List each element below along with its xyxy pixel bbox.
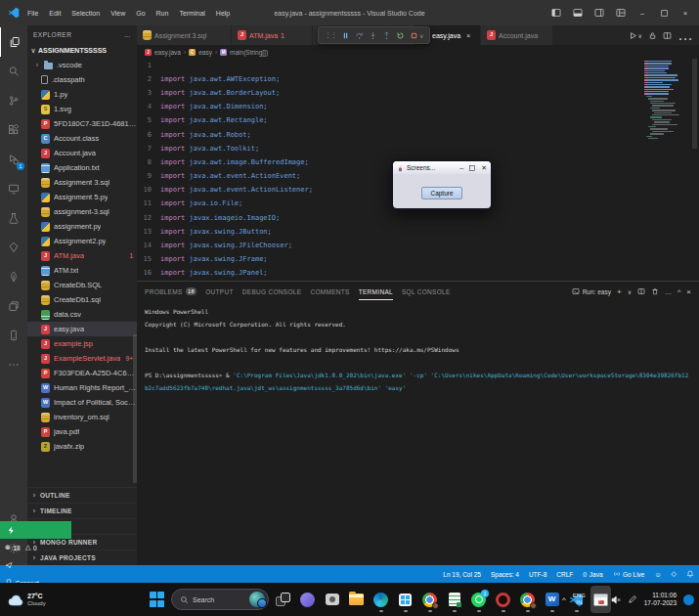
taskbar-app-start[interactable] <box>147 586 167 613</box>
capture-button[interactable]: Capture <box>421 187 461 199</box>
taskbar-app-copilot[interactable] <box>297 586 318 613</box>
breadcrumb-item[interactable]: Ceasy <box>189 49 212 56</box>
file-item[interactable]: P5FD180C7-3E1D-4681-81C5-441... <box>27 116 137 131</box>
remote-explorer-icon[interactable] <box>0 174 27 203</box>
split-terminal-icon[interactable] <box>637 287 645 295</box>
breadcrumb-item[interactable]: Mmain(String[]) <box>220 49 268 56</box>
file-item[interactable]: ATM.txt <box>27 263 137 278</box>
file-item[interactable]: CAccount.class <box>27 131 137 146</box>
panel-tab-terminal[interactable]: TERMINAL <box>359 282 393 301</box>
menu-view[interactable]: View <box>110 10 125 17</box>
editor-scrollbar[interactable] <box>692 59 697 149</box>
file-item[interactable]: S1.svg <box>27 102 137 116</box>
new-terminal-icon[interactable]: + <box>617 287 622 296</box>
terminal-output[interactable]: Windows PowerShellCopyright (C) Microsof… <box>137 301 699 398</box>
editor-tab-assignment-3-sql[interactable]: Assignment 3.sql <box>137 25 232 45</box>
file-item[interactable]: CreateDb1.sql <box>27 292 137 307</box>
explorer-more-actions-icon[interactable]: … <box>124 31 131 38</box>
file-item[interactable]: Application.txt <box>27 160 137 175</box>
sidebar-scrollbar[interactable] <box>133 334 137 483</box>
dialog-maximize-icon[interactable] <box>469 165 475 171</box>
keyboard-lock-icon[interactable] <box>648 31 657 40</box>
taskbar-app-edge[interactable] <box>371 586 391 613</box>
taskbar-app-opera-gx[interactable] <box>493 586 513 613</box>
wifi-icon[interactable] <box>592 594 603 605</box>
more-actions-icon[interactable]: … <box>677 26 693 44</box>
vscode-logo-icon[interactable] <box>8 7 20 19</box>
testing-icon[interactable] <box>0 203 27 233</box>
breadcrumb-item[interactable]: Jeasy.java <box>145 49 181 56</box>
terminal-process[interactable]: Run: easy <box>572 287 611 295</box>
close-panel-icon[interactable]: × <box>686 287 691 296</box>
weather-widget[interactable]: 27°C Cloudy <box>8 583 46 616</box>
tabnine-status[interactable]: ◇ <box>667 565 681 583</box>
panel-tab-debug-console[interactable]: DEBUG CONSOLE <box>242 282 302 301</box>
menu-help[interactable]: Help <box>216 10 230 17</box>
explorer-icon[interactable] <box>0 27 27 57</box>
sidebar-section-outline[interactable]: ›OUTLINE <box>27 487 137 503</box>
file-item[interactable]: WHuman Rights Report_ Democrat... <box>27 380 137 395</box>
panel-tab-sql-console[interactable]: SQL CONSOLE <box>402 282 451 301</box>
taskbar-app-word[interactable]: W <box>542 586 562 613</box>
extensions-icon[interactable] <box>0 115 27 145</box>
eol[interactable]: CRLF <box>551 565 578 583</box>
dialog-title-bar[interactable]: Screens... – ✕ <box>393 161 491 174</box>
minimize-button[interactable]: – <box>636 6 648 20</box>
stop-icon[interactable]: ∨ <box>410 31 423 40</box>
step-into-icon[interactable] <box>369 31 377 40</box>
quick-run[interactable] <box>0 556 71 574</box>
sidebar-section-timeline[interactable]: ›TIMELINE <box>27 503 137 518</box>
file-item[interactable]: JExampleServlet.java9+ <box>27 351 137 366</box>
file-item[interactable]: assignment.py <box>27 219 137 234</box>
toggle-secondary-sidebar-icon[interactable] <box>593 6 605 20</box>
language-indicator[interactable]: ENGIN <box>573 593 586 606</box>
editor-tab-account-java[interactable]: JAccount.java <box>481 25 553 45</box>
file-item[interactable]: JAccount.java <box>27 146 137 160</box>
file-item[interactable]: inventory_om.sql <box>27 410 137 424</box>
dialog-close-icon[interactable]: ✕ <box>481 164 487 172</box>
taskbar-app-notepad[interactable] <box>444 586 464 613</box>
toggle-sidebar-icon[interactable] <box>550 6 562 20</box>
taskbar-search[interactable]: Search <box>171 589 269 610</box>
run-java-icon[interactable]: ∨ <box>629 31 642 40</box>
panel-tab-problems[interactable]: PROBLEMS18 <box>145 282 197 301</box>
taskbar-app-chrome-profile-1[interactable] <box>419 586 440 613</box>
remote-indicator[interactable] <box>0 521 71 539</box>
problems-summary[interactable]: ⊗18△0 <box>0 539 71 556</box>
file-item[interactable]: Pjava.pdf <box>27 424 137 439</box>
panel-tab-output[interactable]: OUTPUT <box>205 282 234 301</box>
taskbar-app-camera[interactable] <box>322 586 342 613</box>
file-item[interactable]: data.csv <box>27 307 137 322</box>
tray-chevron-icon[interactable]: ^ <box>562 595 566 604</box>
toggle-panel-icon[interactable] <box>572 6 584 20</box>
file-item[interactable]: assignment-3.sql <box>27 204 137 219</box>
panel-tab-comments[interactable]: COMMENTS <box>310 282 349 301</box>
taskbar-app-ms-store[interactable] <box>395 586 415 613</box>
run-debug-icon[interactable]: 1 <box>0 145 27 174</box>
taskbar-app-chrome-profile-2[interactable] <box>517 586 538 613</box>
close-icon[interactable]: × <box>466 31 470 40</box>
taskbar-app-task-view[interactable] <box>273 586 293 613</box>
more-views-icon[interactable] <box>0 350 27 379</box>
file-item[interactable]: 1.py <box>27 87 137 102</box>
go-live[interactable]: Go Live <box>608 565 650 583</box>
file-item[interactable]: Jexample.jsp <box>27 336 137 351</box>
file-item[interactable]: PF303FDEA-A25D-4C64-814F-880... <box>27 366 137 380</box>
pen-icon[interactable] <box>628 594 637 604</box>
restart-icon[interactable] <box>396 31 405 40</box>
taskbar-app-file-explorer[interactable] <box>346 586 367 613</box>
indentation[interactable]: Spaces: 4 <box>486 565 524 583</box>
drag-handle-icon[interactable]: ⋮⋮ <box>325 31 336 39</box>
editor-tab-atm-java[interactable]: JATM.java1 <box>232 25 313 45</box>
maximize-panel-icon[interactable]: ^ <box>677 288 680 295</box>
menu-edit[interactable]: Edit <box>49 10 61 17</box>
step-over-icon[interactable] <box>355 31 364 40</box>
language-mode[interactable]: {}Java <box>578 565 607 583</box>
maximize-button[interactable] <box>658 6 670 20</box>
workspace-root-folder[interactable]: ∨ ASSIGNMENTSSSSS <box>27 43 137 58</box>
step-out-icon[interactable] <box>382 31 391 40</box>
menu-go[interactable]: Go <box>136 10 145 17</box>
feedback[interactable]: ☺ <box>649 565 666 583</box>
volume-muted-icon[interactable] <box>610 594 621 605</box>
split-editor-icon[interactable] <box>663 31 672 40</box>
